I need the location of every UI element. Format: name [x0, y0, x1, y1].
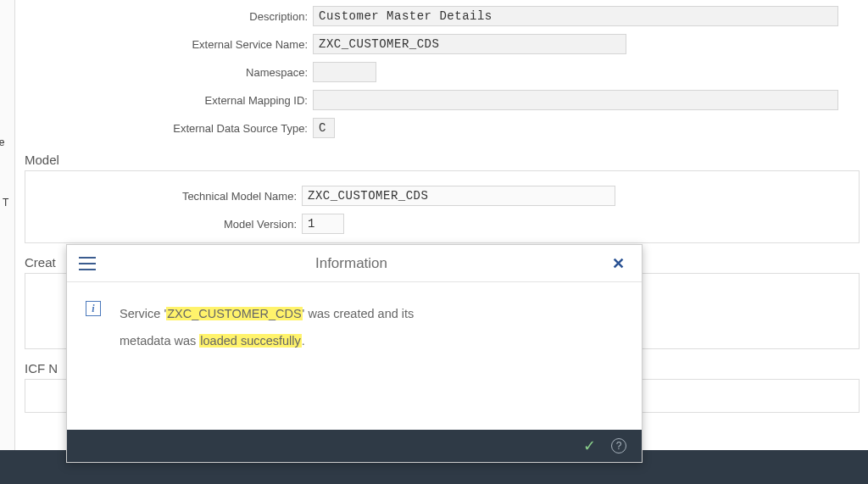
- input-ext-data-src-type[interactable]: [313, 118, 335, 138]
- msg-part3: metadata was: [120, 334, 199, 348]
- edge-text-1: le: [0, 136, 4, 148]
- close-icon[interactable]: ✕: [607, 251, 630, 276]
- dialog-footer: ✓ ?: [67, 430, 642, 462]
- section-title-model: Model: [25, 153, 860, 167]
- row-ext-data-src-type: External Data Source Type:: [25, 115, 860, 141]
- dialog-message: Service 'ZXC_CUSTOMER_CDS' was created a…: [120, 301, 414, 355]
- input-ext-mapping-id[interactable]: [313, 90, 838, 110]
- help-icon[interactable]: ?: [611, 438, 626, 453]
- dialog-header: Information ✕: [67, 245, 642, 282]
- info-dialog: Information ✕ i Service 'ZXC_CUSTOMER_CD…: [66, 244, 643, 463]
- row-ext-service-name: External Service Name:: [25, 31, 860, 57]
- label-namespace: Namespace:: [25, 66, 313, 79]
- row-namespace: Namespace:: [25, 59, 860, 85]
- label-ext-data-src-type: External Data Source Type:: [25, 122, 313, 135]
- input-ext-service-name[interactable]: [313, 34, 626, 54]
- menu-icon[interactable]: [79, 257, 96, 270]
- left-edge-panel: le T: [0, 0, 15, 484]
- input-description[interactable]: [313, 6, 838, 26]
- label-model-version: Model Version:: [25, 218, 302, 231]
- edge-text-2: T: [3, 197, 8, 209]
- row-ext-mapping-id: External Mapping ID:: [25, 87, 860, 113]
- model-group: Technical Model Name: Model Version:: [25, 170, 860, 243]
- msg-part2: ' was created and its: [303, 307, 415, 320]
- row-description: Description:: [25, 3, 860, 29]
- label-tech-model-name: Technical Model Name:: [25, 190, 302, 203]
- label-ext-service-name: External Service Name:: [25, 38, 313, 51]
- msg-loaded: loaded succesfully: [199, 334, 302, 348]
- msg-service-name: ZXC_CUSTOMER_CDS: [166, 307, 302, 320]
- input-tech-model-name[interactable]: [302, 186, 615, 206]
- label-ext-mapping-id: External Mapping ID:: [25, 94, 313, 107]
- dialog-body: i Service 'ZXC_CUSTOMER_CDS' was created…: [67, 282, 642, 355]
- input-model-version[interactable]: [302, 214, 344, 234]
- row-model-version: Model Version:: [25, 211, 859, 236]
- row-tech-model-name: Technical Model Name:: [25, 183, 859, 209]
- msg-part1: Service ': [120, 307, 166, 320]
- label-description: Description:: [25, 10, 313, 23]
- dialog-title: Information: [96, 255, 607, 272]
- input-namespace[interactable]: [313, 62, 376, 82]
- info-icon: i: [86, 301, 101, 316]
- ok-check-icon[interactable]: ✓: [583, 437, 596, 455]
- msg-part4: .: [302, 334, 305, 348]
